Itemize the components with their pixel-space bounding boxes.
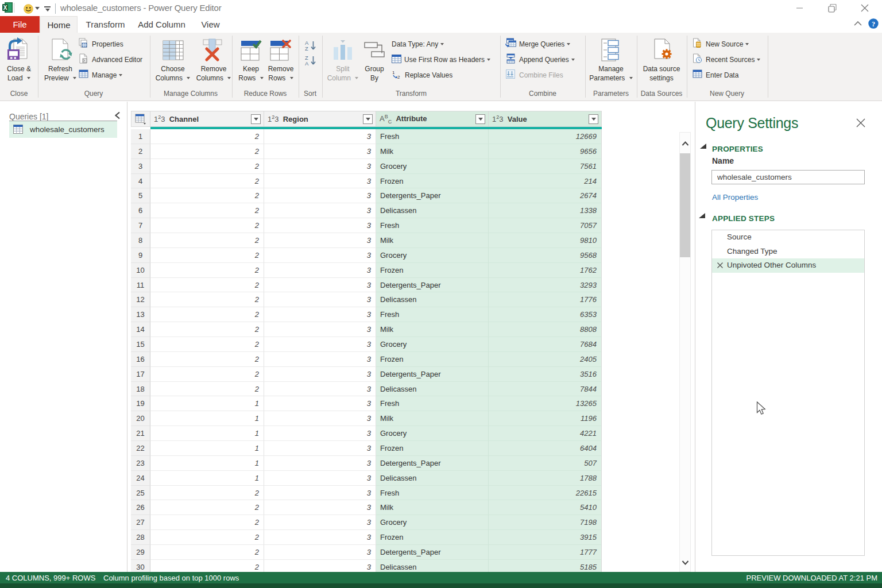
svg-text:Z: Z [305, 45, 308, 52]
svg-text:1: 1 [392, 70, 395, 75]
svg-text:A: A [305, 60, 309, 66]
svg-text:X: X [3, 5, 7, 11]
svg-text:2: 2 [397, 75, 400, 79]
svg-text:?: ? [872, 20, 875, 28]
